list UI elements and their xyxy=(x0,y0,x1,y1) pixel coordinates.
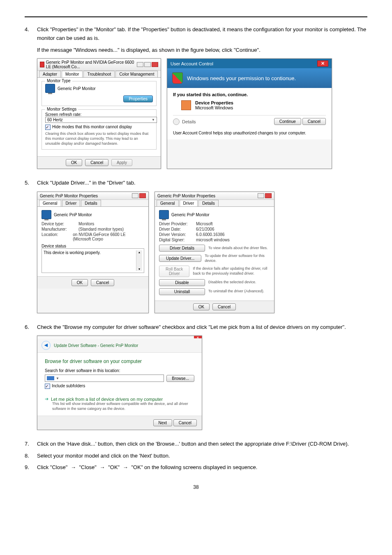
tab-general[interactable]: General xyxy=(39,200,61,206)
monitor-icon xyxy=(45,84,55,93)
properties-general-dialog: Generic PnP Monitor Properties General D… xyxy=(37,192,149,313)
kv-key: Driver Provider: xyxy=(159,222,196,226)
window-controls[interactable] xyxy=(258,193,272,198)
tab-monitor[interactable]: Monitor xyxy=(62,71,83,77)
tab-details[interactable]: Details xyxy=(81,200,101,206)
back-button[interactable]: ◄ xyxy=(42,341,51,350)
driver-details-button[interactable]: Driver Details xyxy=(159,245,205,252)
group-label: Monitor Settings xyxy=(45,107,78,111)
window-title: Generic PnP Monitor Properties xyxy=(157,194,215,198)
button-desc: Disables the selected device. xyxy=(208,280,256,285)
tab-adapter[interactable]: Adapter xyxy=(39,71,61,77)
tab-driver[interactable]: Driver xyxy=(62,200,81,206)
scrollbar[interactable]: ▴▾ xyxy=(136,250,142,271)
step-number: 4. xyxy=(25,25,37,43)
app-icon xyxy=(40,62,44,67)
step-text: Check the "Browse my computer for driver… xyxy=(37,323,367,332)
step-text: If the message "Windows needs..." is dis… xyxy=(37,46,367,55)
help-text: Clearing this check box allows you to se… xyxy=(45,132,153,146)
continue-button[interactable]: Continue xyxy=(274,118,301,125)
update-driver-button[interactable]: Update Driver... xyxy=(159,255,201,262)
monitor-tab-dialog: Generic PnP Monitor and NVIDIA GeForce 6… xyxy=(37,58,161,169)
device-name: Generic PnP Monitor xyxy=(54,213,92,217)
breadcrumb: Update Driver Software - Generic PnP Mon… xyxy=(54,343,138,348)
button-desc: To view details about the driver files. xyxy=(208,246,268,251)
kv-value: on NVIDIA GeForce 6600 LE (Microsoft Cor… xyxy=(73,232,144,241)
step-text: Click on the 'Have disk...' button, then… xyxy=(37,440,367,449)
uac-instruction: If you started this action, continue. xyxy=(173,92,326,97)
browse-button[interactable]: Browse... xyxy=(166,375,194,382)
step-number: 6. xyxy=(25,323,37,332)
rollback-driver-button[interactable]: Roll Back Driver xyxy=(159,266,189,277)
ok-button[interactable]: OK xyxy=(193,303,210,310)
field-label: Search for driver software in this locat… xyxy=(45,368,194,373)
arrow-icon: ➔ xyxy=(45,396,48,402)
option-desc: This list will show installed driver sof… xyxy=(52,402,194,411)
button-desc: To update the driver software for this d… xyxy=(205,254,270,263)
cancel-button[interactable]: Cancel xyxy=(85,159,108,166)
tab-details[interactable]: Details xyxy=(198,200,219,206)
update-driver-wizard: ✕ ◄ Update Driver Software - Generic PnP… xyxy=(37,335,202,430)
cancel-button[interactable]: Cancel xyxy=(173,419,197,426)
cancel-button[interactable]: Cancel xyxy=(91,279,114,286)
tab-troubleshoot[interactable]: Troubleshoot xyxy=(83,71,115,77)
step-number: 5. xyxy=(25,179,37,187)
properties-driver-dialog: Generic PnP Monitor Properties General D… xyxy=(154,192,274,313)
device-name: Generic PnP Monitor xyxy=(171,213,210,217)
arrow-icon: → xyxy=(100,464,105,470)
group-label: Device status xyxy=(42,244,144,248)
disable-button[interactable]: Disable xyxy=(159,279,205,286)
step-text: Select your monitor model and click on t… xyxy=(37,452,367,460)
kv-value: microsoft windows xyxy=(196,238,230,242)
kv-key: Manufacturer: xyxy=(42,227,78,231)
kv-key: Driver Version: xyxy=(159,232,196,237)
kv-value: 6.0.6000.16386 xyxy=(196,232,225,237)
step-number: 7. xyxy=(25,440,37,449)
cancel-button[interactable]: Cancel xyxy=(302,118,326,125)
apply-button[interactable]: Apply xyxy=(111,159,132,166)
tab-driver[interactable]: Driver xyxy=(180,200,198,206)
hide-modes-checkbox[interactable]: ✓ xyxy=(45,125,51,130)
details-toggle[interactable]: Details xyxy=(173,118,196,125)
arrow-icon: → xyxy=(123,464,128,470)
kv-key: Device type: xyxy=(42,222,78,226)
close-icon[interactable]: ✕ xyxy=(317,60,328,67)
kv-value: Microsoft xyxy=(196,222,213,226)
cancel-button[interactable]: Cancel xyxy=(212,303,236,310)
monitor-icon xyxy=(159,210,169,219)
uninstall-button[interactable]: Uninstall xyxy=(159,288,205,295)
monitor-name: Generic PnP Monitor xyxy=(58,86,96,91)
step-text: Click "Close" → "Close" → "OK" → "OK" on… xyxy=(37,463,367,472)
kv-value: Monitors xyxy=(78,222,94,226)
kv-key: Driver Date: xyxy=(159,227,196,231)
properties-button[interactable]: Properties xyxy=(123,95,153,102)
monitor-icon xyxy=(42,210,51,219)
next-button[interactable]: Next xyxy=(153,419,173,426)
ok-button[interactable]: OK xyxy=(71,279,88,286)
chevron-down-icon xyxy=(173,118,180,125)
app-name: Device Properties xyxy=(195,100,233,105)
wizard-heading: Browse for driver software on your compu… xyxy=(45,358,194,364)
location-input[interactable]: ▼ xyxy=(45,375,164,382)
device-status-box: This device is working properly. ▴▾ xyxy=(42,248,144,273)
let-me-pick-option[interactable]: ➔ Let me pick from a list of device driv… xyxy=(45,396,194,402)
window-controls[interactable] xyxy=(137,62,158,67)
ok-button[interactable]: OK xyxy=(66,159,82,166)
shield-icon xyxy=(172,72,183,84)
refresh-rate-select[interactable]: 60 Hertz ▼ xyxy=(45,117,157,123)
window-title: Generic PnP Monitor Properties xyxy=(40,194,98,198)
window-controls[interactable] xyxy=(132,193,146,198)
field-label: Screen refresh rate: xyxy=(45,112,153,117)
kv-value: 6/21/2006 xyxy=(196,227,214,231)
window-title: Generic PnP Monitor and NVIDIA GeForce 6… xyxy=(46,60,137,69)
tab-color-management[interactable]: Color Management xyxy=(115,71,158,77)
tab-general[interactable]: General xyxy=(157,200,179,206)
include-subfolders-checkbox[interactable]: ✓ xyxy=(45,384,50,389)
group-label: Monitor Type xyxy=(45,79,72,83)
close-icon[interactable]: ✕ xyxy=(194,336,202,338)
step-text: Click "Properties" in the "Monitor" tab.… xyxy=(37,25,367,43)
window-title: User Account Control xyxy=(171,61,213,66)
step-number: 8. xyxy=(25,452,37,460)
checkbox-label: Hide modes that this monitor cannot disp… xyxy=(52,125,132,129)
step-text: Click "Update Driver..." in the "Driver"… xyxy=(37,179,367,187)
